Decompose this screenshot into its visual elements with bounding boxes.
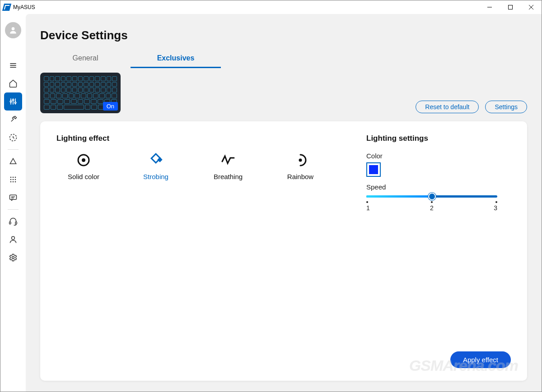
- nav-apps-icon[interactable]: [4, 171, 22, 189]
- nav-triangle-icon[interactable]: [4, 152, 22, 171]
- settings-button[interactable]: Settings: [485, 101, 527, 113]
- titlebar: MyASUS: [0, 0, 542, 14]
- effect-label: Rainbow: [287, 173, 313, 180]
- svg-point-13: [13, 177, 14, 178]
- tabs: General Exclusives: [40, 51, 527, 68]
- speed-tick-1: 1: [366, 204, 370, 212]
- effect-strobing[interactable]: Strobing: [129, 152, 183, 180]
- svg-point-8: [10, 101, 11, 102]
- lighting-settings-title: Lighting settings: [366, 134, 511, 143]
- strobing-icon: [148, 152, 164, 168]
- content-area: Device Settings General Exclusives On: [26, 14, 542, 392]
- breathing-icon: [220, 152, 236, 168]
- nav-divider: [8, 149, 19, 150]
- nav-account-icon[interactable]: [4, 231, 22, 249]
- svg-rect-1: [509, 5, 513, 9]
- app-title: MyASUS: [13, 4, 35, 10]
- keyboard-status-badge: On: [103, 102, 118, 111]
- svg-point-27: [12, 257, 14, 259]
- slider-thumb[interactable]: [428, 193, 436, 200]
- nav-home-icon[interactable]: [4, 74, 22, 92]
- svg-point-10: [14, 102, 16, 103]
- apply-effect-button[interactable]: Apply effect: [450, 351, 511, 368]
- color-label: Color: [366, 152, 511, 160]
- nav-message-icon[interactable]: [4, 189, 22, 207]
- page-title: Device Settings: [40, 28, 527, 42]
- effect-label: Breathing: [214, 173, 243, 180]
- svg-point-19: [13, 181, 14, 183]
- svg-point-4: [12, 27, 15, 30]
- close-button[interactable]: [521, 0, 542, 14]
- effect-rainbow[interactable]: Rainbow: [273, 152, 327, 180]
- svg-point-16: [13, 179, 14, 180]
- user-avatar[interactable]: [5, 22, 21, 38]
- nav-device-settings-icon[interactable]: [4, 92, 22, 111]
- speed-tick-3: 3: [494, 204, 497, 212]
- svg-point-26: [12, 236, 15, 240]
- nav-diagnostics-icon[interactable]: [4, 111, 22, 129]
- svg-rect-24: [9, 222, 11, 224]
- nav-divider: [8, 209, 19, 210]
- svg-point-12: [10, 177, 12, 178]
- svg-point-20: [15, 181, 16, 183]
- svg-point-15: [10, 179, 12, 180]
- slider-ticks: 1 2 3: [366, 201, 497, 212]
- svg-point-17: [15, 179, 16, 180]
- solid-color-icon: [75, 152, 92, 168]
- color-picker[interactable]: [366, 162, 381, 177]
- rainbow-icon: [292, 152, 308, 168]
- color-swatch: [369, 165, 378, 174]
- speed-label: Speed: [366, 183, 511, 191]
- nav-update-icon[interactable]: [4, 129, 22, 147]
- svg-rect-25: [15, 222, 17, 224]
- svg-rect-21: [10, 195, 17, 199]
- app-icon: [2, 4, 11, 11]
- svg-point-32: [299, 159, 302, 162]
- lighting-effect-title: Lighting effect: [56, 134, 339, 143]
- svg-point-29: [82, 158, 85, 162]
- effect-label: Solid color: [68, 173, 99, 180]
- maximize-button[interactable]: [500, 0, 521, 14]
- keyboard-preview[interactable]: On: [40, 73, 121, 113]
- reset-to-default-button[interactable]: Reset to default: [416, 101, 479, 113]
- minimize-button[interactable]: [479, 0, 500, 14]
- effect-solid-color[interactable]: Solid color: [56, 152, 111, 180]
- nav-settings-icon[interactable]: [4, 249, 22, 267]
- nav-support-icon[interactable]: [4, 212, 22, 231]
- svg-point-14: [15, 177, 16, 178]
- sidebar: [0, 14, 26, 392]
- tab-exclusives[interactable]: Exclusives: [131, 51, 221, 68]
- speed-slider[interactable]: 1 2 3: [366, 195, 497, 212]
- nav-menu-icon[interactable]: [4, 56, 22, 74]
- svg-point-18: [10, 181, 12, 183]
- effect-label: Strobing: [143, 173, 168, 180]
- lighting-card: Lighting effect Solid color: [40, 121, 527, 381]
- effect-breathing[interactable]: Breathing: [201, 152, 255, 180]
- tab-general[interactable]: General: [40, 51, 131, 68]
- speed-tick-2: 2: [430, 204, 434, 212]
- svg-point-9: [12, 99, 14, 101]
